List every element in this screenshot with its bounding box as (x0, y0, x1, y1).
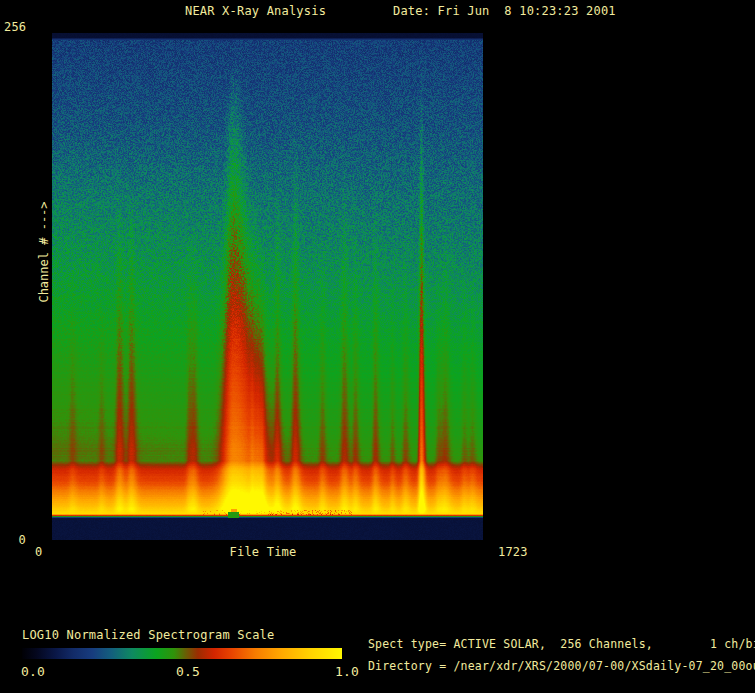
x-axis-label: File Time (230, 546, 297, 559)
spectrogram-plot (52, 33, 483, 540)
directory-info: Directory = /near/xdr/XRS/2000/07-00/XSd… (368, 660, 755, 673)
near-xray-analysis-window: NEAR X-Ray Analysis Date: Fri Jun 8 10:2… (0, 0, 755, 693)
x-axis-min-tick: 0 (35, 546, 42, 559)
y-axis-label: Channel # ---> (37, 201, 51, 302)
page-title: NEAR X-Ray Analysis (185, 5, 326, 18)
x-axis-max-tick: 1723 (498, 546, 528, 559)
spect-type-info: Spect type= ACTIVE SOLAR, 256 Channels, … (368, 638, 755, 651)
colorbar-tick-min: 0.0 (21, 665, 45, 679)
colorbar-tick-mid: 0.5 (176, 665, 200, 679)
header-date: Date: Fri Jun 8 10:23:23 2001 (393, 5, 616, 18)
y-axis-min-tick: 0 (4, 534, 26, 547)
colorbar-gradient (22, 648, 342, 659)
colorbar-label: LOG10 Normalized Spectrogram Scale (22, 629, 274, 642)
colorbar-tick-max: 1.0 (335, 665, 359, 679)
y-axis-max-tick: 256 (4, 21, 26, 34)
